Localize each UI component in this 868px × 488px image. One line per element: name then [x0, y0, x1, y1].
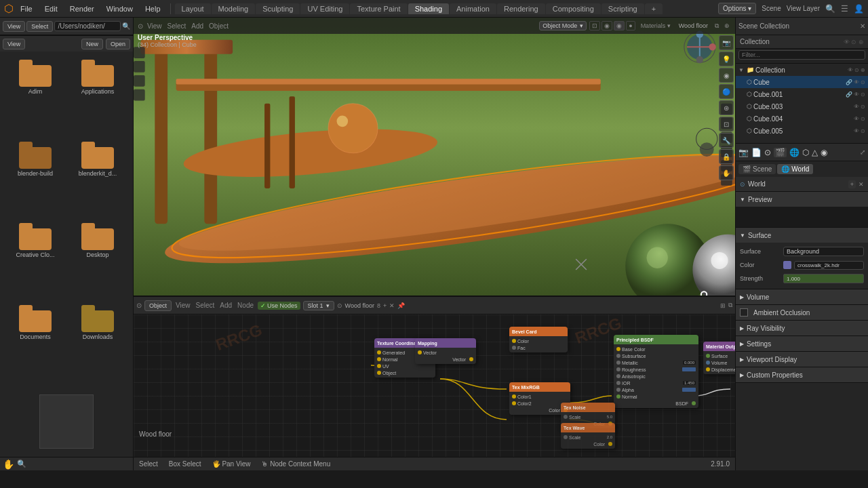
search-icon[interactable]: 🔍 [825, 4, 835, 14]
node-extra2[interactable]: Tex Wave Scale2.0 Color [561, 423, 615, 449]
viewport-gizmo-btn[interactable]: ⊕ [723, 22, 731, 29]
node-del-btn[interactable]: ✕ [389, 302, 395, 309]
ao-checkbox[interactable] [740, 308, 748, 317]
node-principled-bsdf[interactable]: Principled BSDF Base Color Subsurface Me… [614, 335, 698, 408]
preview-header[interactable]: ▼ Preview [736, 192, 868, 207]
left-view-btn[interactable]: View [3, 21, 25, 32]
overlay-icon[interactable]: ⊛ [719, 100, 734, 115]
node-zoom-fit-btn[interactable]: ⊞ [720, 302, 726, 309]
tab-modeling[interactable]: Modeling [212, 3, 256, 14]
world-unlink-btn[interactable]: ✕ [859, 181, 864, 188]
right-icon-material[interactable]: ◉ [821, 148, 827, 157]
user-icon[interactable]: 👤 [854, 4, 864, 14]
tab-compositing[interactable]: Compositing [546, 3, 601, 14]
filter-icon[interactable]: ☰ [841, 4, 848, 14]
surface-value[interactable]: Background [783, 247, 864, 256]
settings-header[interactable]: ▶ Settings [736, 336, 868, 351]
file-item-applications[interactable]: Applications [68, 57, 127, 136]
viewport-overlay-btn[interactable]: ⧉ [713, 22, 720, 30]
rendered-btn[interactable]: ● [626, 21, 635, 30]
viewport-select-btn[interactable]: Select [166, 22, 188, 30]
tab-animation[interactable]: Animation [450, 3, 496, 14]
edit-menu[interactable]: Edit [39, 3, 63, 14]
node-overlay-btn[interactable]: ⧉ [728, 302, 732, 309]
world-new-btn[interactable]: + [848, 180, 856, 188]
camera-icon[interactable]: 📷 [719, 35, 734, 50]
light-icon[interactable]: 💡 [719, 52, 734, 66]
expand-btn[interactable]: ⤢ [860, 148, 865, 156]
node-view-btn[interactable]: View [174, 302, 192, 309]
color-value[interactable]: crosswalk_2k.hdr [794, 261, 864, 270]
right-icon-output[interactable]: 📄 [751, 148, 762, 157]
node-add-material-btn[interactable]: + [383, 302, 387, 309]
right-icon-mesh[interactable]: △ [812, 148, 818, 157]
viewport-display-header[interactable]: ▶ Viewport Display [736, 352, 868, 367]
help-menu[interactable]: Help [140, 3, 166, 14]
node-node-btn[interactable]: Node [236, 302, 255, 309]
node-select-btn[interactable]: Select [195, 302, 216, 309]
options-btn[interactable]: Options ▾ [718, 3, 756, 14]
view-label[interactable]: View [3, 39, 25, 49]
node-add-btn[interactable]: Add [218, 302, 233, 309]
tab-shading[interactable]: Shading [408, 3, 449, 14]
new-btn[interactable]: New [81, 39, 103, 49]
select-status[interactable]: Select [139, 460, 158, 468]
outline-cube[interactable]: ⬡ Cube 🔗 👁 ⊙ [736, 76, 868, 88]
outline-cube001[interactable]: ⬡ Cube.001 🔗 👁 ⊙ [736, 88, 868, 100]
right-icon-view[interactable]: ⊙ [764, 148, 771, 157]
outliner-search-input[interactable] [738, 50, 865, 60]
open-btn[interactable]: Open [106, 39, 130, 49]
node-editor[interactable]: ⊙ Object View Select Add Node ✓ Use Node… [134, 296, 735, 457]
right-icon-render[interactable]: 📷 [738, 148, 749, 157]
file-item-documents[interactable]: Documents [5, 302, 65, 382]
scene-tab[interactable]: 🎬 Scene [738, 164, 776, 174]
left-select-btn[interactable]: Select [26, 21, 53, 32]
node-object-btn[interactable]: Object [144, 300, 172, 311]
pan-hand-icon[interactable]: ✋ [719, 165, 734, 180]
file-menu[interactable]: File [15, 3, 38, 14]
render-icon[interactable]: 🔵 [719, 84, 734, 99]
render-menu[interactable]: Render [64, 3, 100, 14]
outline-collection[interactable]: ▼ 📁 Collection 👁 ⊙ ⊕ [736, 64, 868, 76]
viewport-lock-icon[interactable]: 🔒 [719, 149, 734, 164]
viewport-add-btn[interactable]: Add [190, 22, 205, 30]
shading-icon[interactable]: 🔧 [719, 133, 734, 148]
viewport-3d[interactable]: ⊙ View Select Add Object Object Mode ▾ ⊡… [134, 18, 735, 296]
solid-btn[interactable]: ◉ [601, 21, 612, 30]
file-item-blenderbuild[interactable]: blender-build [5, 139, 65, 218]
file-item-adim[interactable]: Adim [5, 57, 65, 136]
use-nodes-checkbox[interactable]: ✓ Use Nodes [258, 302, 300, 310]
file-item-downloads[interactable]: Downloads [68, 302, 127, 382]
node-pin-btn[interactable]: 📌 [397, 302, 405, 309]
tab-layout[interactable]: Layout [175, 3, 211, 14]
wireframe-btn[interactable]: ⊡ [589, 21, 600, 30]
tab-add[interactable]: + [645, 3, 663, 14]
viewport-object-btn[interactable]: Object [208, 22, 230, 30]
left-pan-icon[interactable]: ✋ [3, 459, 14, 470]
left-search-icon[interactable]: 🔍 [122, 22, 130, 30]
node-canvas[interactable]: RRCG RRCG RRCG Texture Coordinate [134, 314, 735, 457]
object-mode-dropdown[interactable]: Object Mode ▾ [539, 21, 587, 30]
window-menu[interactable]: Window [101, 3, 138, 14]
tab-uv-editing[interactable]: UV Editing [300, 3, 349, 14]
right-close-icon[interactable]: ✕ [860, 22, 865, 30]
outline-cube003[interactable]: ⬡ Cube.003 👁 ⊙ [736, 100, 868, 113]
material-btn[interactable]: ◉ [614, 21, 625, 30]
slot-dropdown[interactable]: Slot 1 ▾ [303, 301, 334, 310]
xray-icon[interactable]: ⊡ [719, 117, 734, 131]
right-icon-object[interactable]: ⬡ [802, 148, 809, 157]
file-item-blenderkitd[interactable]: blenderkit_d... [68, 139, 127, 218]
box-select-status[interactable]: Box Select [169, 460, 201, 468]
tab-sculpting[interactable]: Sculpting [256, 3, 300, 14]
outliner-search[interactable] [736, 49, 868, 64]
outliner[interactable]: ▼ 📁 Collection 👁 ⊙ ⊕ ⬡ Cube 🔗 👁 ⊙ ⬡ Cube… [736, 49, 868, 144]
viewport-view-btn[interactable]: View [146, 22, 163, 30]
file-item-creativeclo[interactable]: Creative Clo... [5, 220, 65, 300]
left-search-icon2[interactable]: 🔍 [17, 460, 26, 468]
surface-header[interactable]: ▼ Surface [736, 228, 868, 243]
tab-rendering[interactable]: Rendering [497, 3, 545, 14]
world-tab[interactable]: 🌐 World [777, 164, 813, 174]
material-preview-icon[interactable]: ◉ [719, 68, 734, 83]
volume-header[interactable]: ▶ Volume [736, 289, 868, 304]
custom-properties-header[interactable]: ▶ Custom Properties [736, 367, 868, 382]
